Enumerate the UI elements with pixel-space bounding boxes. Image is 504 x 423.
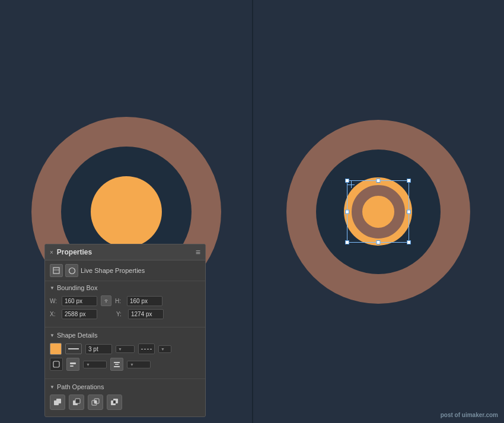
path-ops-row (50, 395, 200, 410)
svg-rect-16 (94, 400, 97, 403)
svg-rect-13 (75, 399, 80, 403)
align-select[interactable]: ▼ (83, 361, 107, 368)
bounding-box-section-header[interactable]: ▼ Bounding Box (45, 281, 205, 293)
selected-donut-shape (352, 185, 405, 238)
w-input[interactable] (62, 296, 97, 306)
shape-details-label: Shape Details (57, 332, 98, 339)
y-label: Y: (116, 311, 125, 317)
watermark-brand: uimaker (462, 412, 484, 418)
crosshair-icon (347, 181, 355, 188)
path-ops-section-header[interactable]: ▼ Path Operations (45, 380, 205, 392)
w-label: W: (50, 298, 58, 304)
svg-point-2 (69, 268, 75, 273)
middle-ring-right (316, 150, 441, 274)
panel-menu-icon[interactable]: ≡ (196, 247, 200, 257)
dash-preview[interactable] (138, 344, 155, 354)
bounding-box-arrow: ▼ (50, 285, 55, 291)
shape-icon-btn[interactable] (65, 264, 78, 277)
fill-color-swatch[interactable] (50, 343, 62, 355)
x-label: X: (50, 311, 58, 317)
h-input[interactable] (127, 296, 162, 306)
align-left-btn[interactable] (66, 358, 79, 371)
svg-rect-0 (53, 268, 59, 273)
properties-panel: × Properties ≡ Live Shap (44, 244, 206, 417)
panel-toolbar: Live Shape Properties (45, 260, 205, 281)
handle-tl (345, 179, 349, 183)
path-subtract-btn[interactable] (69, 395, 84, 410)
inner-circle-left (91, 176, 162, 247)
svg-rect-8 (115, 364, 119, 365)
svg-rect-11 (56, 399, 61, 403)
stroke-size-input[interactable] (85, 344, 112, 354)
dash-line (141, 349, 152, 349)
path-ops-arrow: ▼ (50, 384, 55, 390)
watermark-suffix: .com (484, 412, 498, 418)
handle-tr (407, 179, 411, 183)
svg-rect-5 (70, 362, 76, 364)
handle-br (407, 240, 411, 244)
path-ops-label: Path Operations (57, 383, 104, 390)
stroke-preview[interactable] (65, 344, 82, 354)
watermark: post of uimaker.com (441, 412, 498, 418)
x-input[interactable] (62, 309, 97, 319)
wh-row: W: H: (50, 295, 200, 306)
shape-details-arrow: ▼ (50, 333, 55, 338)
corner-shape-btn[interactable] (50, 358, 63, 371)
shape-details-body: ▼ ▼ (45, 341, 205, 377)
bounding-box-label: Bounding Box (57, 284, 98, 291)
dash-type-select[interactable]: ▼ (158, 345, 171, 353)
bounding-box-body: W: H: X: Y: (45, 293, 205, 326)
outer-ring-right (286, 120, 470, 304)
path-ops-body (45, 392, 205, 416)
transform-icon-btn[interactable] (50, 264, 63, 277)
panel-header-left: × Properties (50, 248, 92, 256)
align-select-arrow: ▼ (86, 362, 90, 367)
path-combine-btn[interactable] (50, 395, 65, 410)
separator-2 (45, 379, 205, 379)
link-wh-icon[interactable] (101, 295, 111, 306)
main-container: × Properties ≡ Live Shap (0, 0, 504, 423)
close-icon[interactable]: × (50, 249, 53, 256)
panel-header: × Properties ≡ (45, 244, 205, 260)
svg-rect-7 (114, 362, 120, 363)
panel-divider (252, 0, 253, 423)
right-canvas-panel: post of uimaker.com (252, 0, 504, 423)
handle-bl (345, 240, 349, 244)
right-circle-group (286, 120, 470, 304)
dash-type-arrow: ▼ (161, 347, 165, 351)
live-shape-label: Live Shape Properties (81, 267, 145, 274)
distribute-select[interactable]: ▼ (127, 361, 151, 368)
xy-row: X: Y: (50, 309, 200, 319)
path-intersect-btn[interactable] (88, 395, 103, 410)
path-exclude-btn[interactable] (107, 395, 122, 410)
h-label: H: (115, 298, 123, 304)
inner-selection-wrapper (344, 177, 412, 246)
y-input[interactable] (128, 309, 164, 319)
stroke-line (68, 348, 79, 349)
separator-1 (45, 327, 205, 327)
stroke-type-arrow: ▼ (118, 347, 122, 351)
left-canvas-panel: × Properties ≡ Live Shap (0, 0, 252, 423)
shape-details-section-header[interactable]: ▼ Shape Details (45, 329, 205, 341)
fill-stroke-row: ▼ ▼ (50, 343, 200, 355)
distribute-select-arrow: ▼ (130, 362, 134, 367)
svg-rect-4 (53, 361, 59, 367)
svg-rect-19 (113, 400, 116, 403)
corner-align-row: ▼ ▼ (50, 358, 200, 371)
stroke-type-select[interactable]: ▼ (116, 345, 135, 353)
svg-rect-9 (114, 366, 120, 367)
panel-title: Properties (57, 248, 92, 256)
watermark-prefix: post of (441, 412, 462, 418)
svg-rect-6 (70, 365, 74, 367)
donut-container (352, 185, 405, 238)
distribute-btn[interactable] (110, 358, 123, 371)
